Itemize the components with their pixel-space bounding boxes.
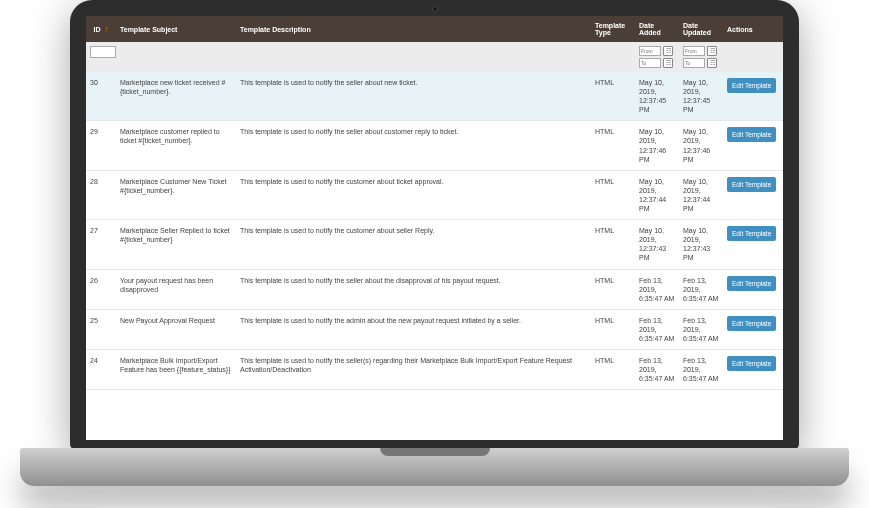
cell-actions: Edit Template xyxy=(723,309,783,349)
edit-template-button[interactable]: Edit Template xyxy=(727,177,776,192)
laptop-frame: ID ↑ Template Subject Template Descripti… xyxy=(0,0,869,508)
col-header-added[interactable]: Date Added xyxy=(635,16,679,42)
laptop-notch xyxy=(380,448,490,456)
table-row: 29Marketplace customer replied to ticket… xyxy=(86,121,783,170)
filter-row: ☶ ☶ xyxy=(86,42,783,72)
camera-icon xyxy=(432,6,438,12)
edit-template-button[interactable]: Edit Template xyxy=(727,276,776,291)
cell-updated: May 10, 2019, 12:37:43 PM xyxy=(679,220,723,269)
table-row: 24Marketplace Bulk Import/Export Feature… xyxy=(86,350,783,390)
cell-actions: Edit Template xyxy=(723,220,783,269)
laptop-lid: ID ↑ Template Subject Template Descripti… xyxy=(70,0,799,450)
cell-type: HTML xyxy=(591,220,635,269)
screen-content: ID ↑ Template Subject Template Descripti… xyxy=(86,16,783,440)
cell-description: This template is used to notify the sell… xyxy=(236,350,591,390)
date-added-filter: ☶ ☶ xyxy=(639,46,675,68)
cell-subject: Marketplace Seller Replied to ticket #{t… xyxy=(116,220,236,269)
cell-updated: Feb 13, 2019, 6:35:47 AM xyxy=(679,269,723,309)
col-header-actions: Actions xyxy=(723,16,783,42)
cell-added: Feb 13, 2019, 6:35:47 AM xyxy=(635,350,679,390)
id-filter-input[interactable] xyxy=(90,46,116,58)
calendar-icon[interactable]: ☶ xyxy=(663,58,673,68)
cell-actions: Edit Template xyxy=(723,121,783,170)
edit-template-button[interactable]: Edit Template xyxy=(727,127,776,142)
cell-subject: Marketplace customer replied to ticket #… xyxy=(116,121,236,170)
cell-actions: Edit Template xyxy=(723,350,783,390)
table-row: 30Marketplace new ticket received #{tick… xyxy=(86,72,783,121)
cell-description: This template is used to notify the sell… xyxy=(236,269,591,309)
date-updated-from-input[interactable] xyxy=(683,46,705,56)
cell-id: 28 xyxy=(86,170,116,219)
cell-added: Feb 13, 2019, 6:35:47 AM xyxy=(635,309,679,349)
cell-added: May 10, 2019, 12:37:46 PM xyxy=(635,121,679,170)
cell-description: This template is used to notify the sell… xyxy=(236,72,591,121)
col-header-subject[interactable]: Template Subject xyxy=(116,16,236,42)
cell-subject: Marketplace new ticket received #{ticket… xyxy=(116,72,236,121)
table-row: 25New Payout Approval RequestThis templa… xyxy=(86,309,783,349)
cell-updated: May 10, 2019, 12:37:44 PM xyxy=(679,170,723,219)
cell-type: HTML xyxy=(591,309,635,349)
cell-id: 24 xyxy=(86,350,116,390)
table-row: 28Marketplace Customer New Ticket #{tick… xyxy=(86,170,783,219)
cell-updated: Feb 13, 2019, 6:35:47 AM xyxy=(679,350,723,390)
cell-subject: New Payout Approval Request xyxy=(116,309,236,349)
edit-template-button[interactable]: Edit Template xyxy=(727,356,776,371)
date-added-from-input[interactable] xyxy=(639,46,661,56)
cell-actions: Edit Template xyxy=(723,269,783,309)
cell-added: May 10, 2019, 12:37:44 PM xyxy=(635,170,679,219)
cell-updated: Feb 13, 2019, 6:35:47 AM xyxy=(679,309,723,349)
cell-id: 30 xyxy=(86,72,116,121)
laptop-base xyxy=(20,448,849,486)
cell-type: HTML xyxy=(591,72,635,121)
sort-desc-icon: ↑ xyxy=(104,25,108,34)
cell-description: This template is used to notify the sell… xyxy=(236,121,591,170)
cell-id: 29 xyxy=(86,121,116,170)
cell-id: 27 xyxy=(86,220,116,269)
cell-actions: Edit Template xyxy=(723,170,783,219)
cell-added: Feb 13, 2019, 6:35:47 AM xyxy=(635,269,679,309)
cell-actions: Edit Template xyxy=(723,72,783,121)
cell-updated: May 10, 2019, 12:37:46 PM xyxy=(679,121,723,170)
cell-updated: May 10, 2019, 12:37:45 PM xyxy=(679,72,723,121)
cell-description: This template is used to notify the cust… xyxy=(236,170,591,219)
cell-description: This template is used to notify the admi… xyxy=(236,309,591,349)
cell-type: HTML xyxy=(591,121,635,170)
cell-description: This template is used to notify the cust… xyxy=(236,220,591,269)
cell-type: HTML xyxy=(591,269,635,309)
templates-table: ID ↑ Template Subject Template Descripti… xyxy=(86,16,783,390)
edit-template-button[interactable]: Edit Template xyxy=(727,226,776,241)
edit-template-button[interactable]: Edit Template xyxy=(727,78,776,93)
col-header-type[interactable]: Template Type xyxy=(591,16,635,42)
cell-type: HTML xyxy=(591,350,635,390)
cell-id: 25 xyxy=(86,309,116,349)
date-updated-filter: ☶ ☶ xyxy=(683,46,719,68)
cell-subject: Your payout request has been disapproved xyxy=(116,269,236,309)
col-header-id[interactable]: ID ↑ xyxy=(86,16,116,42)
table-row: 26Your payout request has been disapprov… xyxy=(86,269,783,309)
col-header-description[interactable]: Template Description xyxy=(236,16,591,42)
cell-subject: Marketplace Bulk Import/Export Feature h… xyxy=(116,350,236,390)
cell-type: HTML xyxy=(591,170,635,219)
table-row: 27Marketplace Seller Replied to ticket #… xyxy=(86,220,783,269)
edit-template-button[interactable]: Edit Template xyxy=(727,316,776,331)
calendar-icon[interactable]: ☶ xyxy=(707,46,717,56)
cell-added: May 10, 2019, 12:37:45 PM xyxy=(635,72,679,121)
cell-subject: Marketplace Customer New Ticket #{ticket… xyxy=(116,170,236,219)
calendar-icon[interactable]: ☶ xyxy=(707,58,717,68)
calendar-icon[interactable]: ☶ xyxy=(663,46,673,56)
cell-added: May 10, 2019, 12:37:43 PM xyxy=(635,220,679,269)
col-header-updated[interactable]: Date Updated xyxy=(679,16,723,42)
col-header-id-label: ID xyxy=(94,26,101,33)
date-added-to-input[interactable] xyxy=(639,58,661,68)
cell-id: 26 xyxy=(86,269,116,309)
date-updated-to-input[interactable] xyxy=(683,58,705,68)
